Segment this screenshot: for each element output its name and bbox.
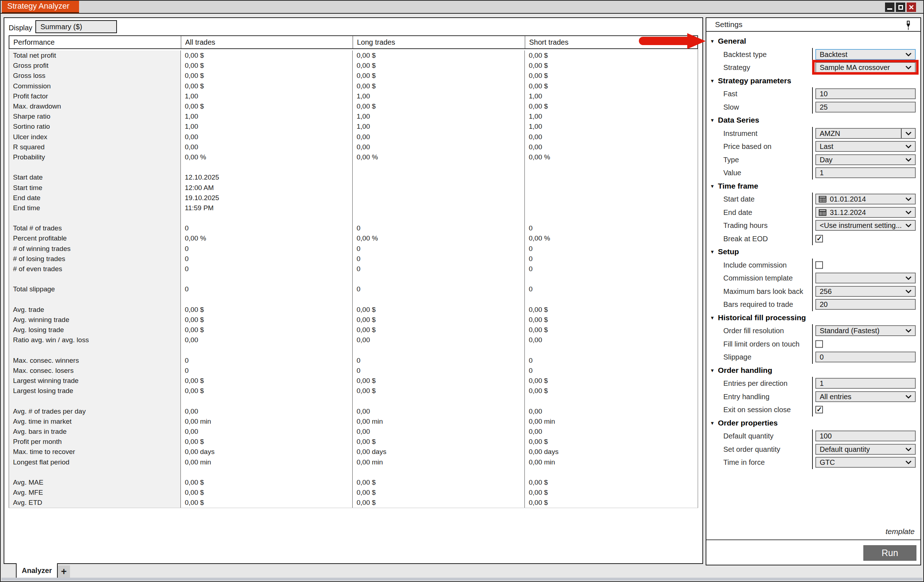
setting-control[interactable]: Sample MA crossover [815,62,916,73]
table-row[interactable]: Total net profit 0,00 $ 0,00 $ 0,00 $ [9,51,698,61]
table-row[interactable]: Probability 0,00 % 0,00 % 0,00 % [9,152,698,162]
setting-control[interactable]: Day [815,155,916,165]
checkbox[interactable] [815,340,823,348]
setting-control[interactable]: GTC [815,457,916,468]
setting-control[interactable] [815,404,916,415]
table-row[interactable]: Max. drawdown 0,00 $ 0,00 $ 0,00 $ [9,101,698,112]
table-row[interactable]: Gross profit 0,00 $ 0,00 $ 0,00 $ [9,61,698,71]
table-row[interactable]: R squared 0,00 0,00 0,00 [9,142,698,152]
checkbox[interactable] [815,261,823,269]
setting-control[interactable]: <Use instrument setting... [815,220,916,231]
cell-long-trades: 1,00 [353,112,525,122]
table-row[interactable]: Start time 12:00 AM [9,182,698,192]
table-row[interactable]: Sortino ratio 1,00 1,00 1,00 [9,122,698,132]
collapse-triangle-icon[interactable] [710,367,714,373]
table-row[interactable]: Start date 12.10.2025 [9,173,698,182]
table-row[interactable]: # of winning trades 0 0 0 [9,244,698,254]
setting-control[interactable]: 256 [815,286,916,297]
setting-control[interactable] [815,273,916,283]
close-button[interactable]: ✕ [907,3,916,12]
table-row[interactable]: Largest losing trade 0,00 $ 0,00 $ 0,00 … [9,386,698,396]
setting-control[interactable]: Standard (Fastest) [815,325,916,336]
setting-control[interactable]: 10 [815,88,916,99]
table-row[interactable]: Avg. MFE 0,00 $ 0,00 $ 0,00 $ [9,488,698,498]
table-row[interactable]: Gross loss 0,00 $ 0,00 $ 0,00 $ [9,71,698,81]
table-row[interactable] [9,467,698,477]
table-row[interactable] [9,396,698,406]
template-link[interactable]: template [885,527,915,536]
table-row[interactable]: Ratio avg. win / avg. loss 0,00 0,00 0,0… [9,335,698,345]
table-row[interactable]: Largest winning trade 0,00 $ 0,00 $ 0,00… [9,376,698,386]
table-row[interactable]: Avg. trade 0,00 $ 0,00 $ 0,00 $ [9,305,698,315]
table-row[interactable] [9,213,698,223]
table-row[interactable]: Avg. time in market 0,00 min 0,00 min 0,… [9,416,698,427]
table-row[interactable]: Percent profitable 0,00 % 0,00 % 0,00 % [9,233,698,243]
collapse-triangle-icon[interactable] [710,39,714,44]
table-row[interactable]: Avg. ETD 0,00 $ 0,00 $ 0,00 $ [9,498,698,508]
setting-control[interactable]: 25 [815,102,916,112]
table-row[interactable]: # of losing trades 0 0 0 [9,254,698,264]
setting-control[interactable]: 31.12.2024 [815,207,916,218]
table-row[interactable] [9,345,698,355]
setting-control[interactable]: 1 [815,378,916,389]
setting-control[interactable]: 0 [815,352,916,362]
collapse-triangle-icon[interactable] [710,183,714,189]
minimize-button[interactable] [885,3,894,12]
column-header-all-trades[interactable]: All trades [181,36,353,48]
setting-control[interactable] [815,260,916,270]
table-row[interactable]: Ulcer index 0,00 0,00 0,00 [9,132,698,142]
table-row[interactable]: Avg. winning trade 0,00 $ 0,00 $ 0,00 $ [9,315,698,325]
collapse-triangle-icon[interactable] [710,315,714,320]
setting-control[interactable]: AMZN [815,128,916,139]
display-dropdown[interactable]: Summary ($) [35,20,117,33]
setting-control[interactable] [815,339,916,349]
pin-icon[interactable] [906,21,911,31]
collapse-triangle-icon[interactable] [710,249,714,255]
collapse-triangle-icon[interactable] [710,118,714,123]
table-row[interactable] [9,162,698,173]
run-button[interactable]: Run [863,545,916,561]
checkbox[interactable] [815,406,823,414]
table-row[interactable]: Sharpe ratio 1,00 1,00 1,00 [9,112,698,122]
table-row[interactable]: Max. time to recover 0,00 days 0,00 days… [9,447,698,457]
checkbox[interactable] [815,235,823,242]
table-row[interactable] [9,294,698,305]
table-row[interactable]: Max. consec. winners 0 0 0 [9,355,698,366]
window-title-tab[interactable]: Strategy Analyzer [2,1,79,14]
setting-control[interactable]: 1 [815,167,916,178]
maximize-button[interactable] [896,3,905,12]
table-row[interactable]: End date 19.10.2025 [9,193,698,203]
table-row[interactable]: End time 11:59 PM [9,203,698,213]
setting-control[interactable]: Last [815,141,916,152]
setting-control[interactable]: Backtest [815,49,916,60]
table-row[interactable]: Total slippage 0 0 0 [9,284,698,294]
table-row[interactable]: Total # of trades 0 0 0 [9,223,698,233]
tab-analyzer[interactable]: Analyzer [16,563,58,579]
table-row[interactable]: Profit per month 0,00 $ 0,00 $ 0,00 $ [9,437,698,447]
collapse-triangle-icon[interactable] [710,420,714,426]
setting-control[interactable]: 100 [815,431,916,441]
table-row[interactable] [9,274,698,284]
column-header-performance[interactable]: Performance [9,36,181,48]
table-row[interactable]: Commission 0,00 $ 0,00 $ 0,00 $ [9,81,698,91]
collapse-triangle-icon[interactable] [710,78,714,83]
table-row[interactable]: Avg. # of trades per day 0,00 0,00 0,00 [9,406,698,416]
table-row[interactable]: Longest flat period 0,00 min 0,00 min 0,… [9,457,698,467]
setting-control[interactable]: Default quantity [815,444,916,455]
setting-control[interactable]: 20 [815,299,916,310]
table-row[interactable]: # of even trades 0 0 0 [9,264,698,274]
table-row[interactable]: Max. consec. losers 0 0 0 [9,366,698,376]
table-row[interactable]: Profit factor 1,00 1,00 1,00 [9,91,698,101]
settings-header: Settings [706,18,921,32]
setting-control[interactable]: All entries [815,391,916,402]
setting-control[interactable] [815,233,916,244]
row-label: Sharpe ratio [9,112,181,122]
cell-long-trades [353,203,525,213]
setting-control[interactable]: 01.01.2014 [815,194,916,204]
table-row[interactable]: Avg. bars in trade 0,00 0,00 0,00 [9,427,698,437]
cell-short-trades: 1,00 [525,122,698,132]
column-header-long-trades[interactable]: Long trades [353,36,525,48]
add-tab-button[interactable]: + [58,566,70,578]
table-row[interactable]: Avg. losing trade 0,00 $ 0,00 $ 0,00 $ [9,325,698,335]
table-row[interactable]: Avg. MAE 0,00 $ 0,00 $ 0,00 $ [9,477,698,488]
